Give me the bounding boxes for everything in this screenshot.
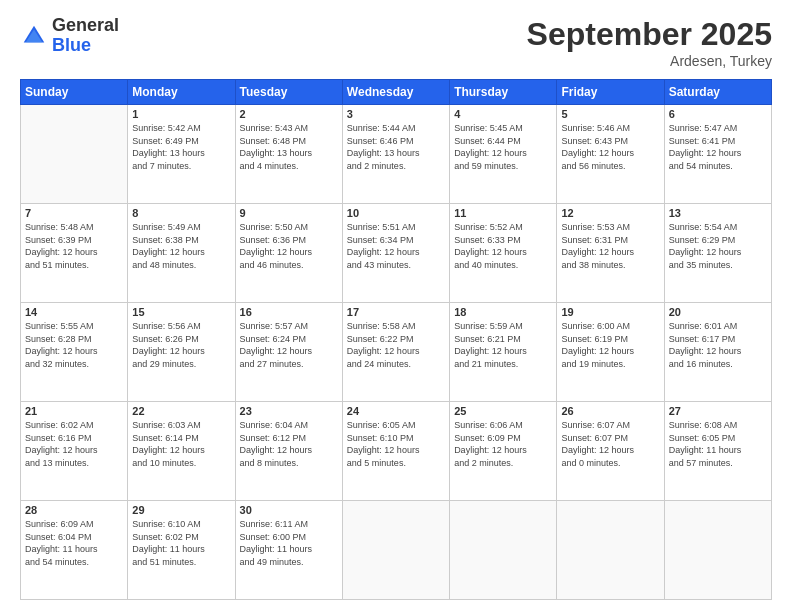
day-info: Sunrise: 6:02 AM Sunset: 6:16 PM Dayligh… — [25, 419, 123, 469]
day-info: Sunrise: 5:59 AM Sunset: 6:21 PM Dayligh… — [454, 320, 552, 370]
calendar-cell: 5Sunrise: 5:46 AM Sunset: 6:43 PM Daylig… — [557, 105, 664, 204]
calendar-cell: 24Sunrise: 6:05 AM Sunset: 6:10 PM Dayli… — [342, 402, 449, 501]
day-info: Sunrise: 5:56 AM Sunset: 6:26 PM Dayligh… — [132, 320, 230, 370]
header-row: Sunday Monday Tuesday Wednesday Thursday… — [21, 80, 772, 105]
calendar-location: Ardesen, Turkey — [527, 53, 772, 69]
day-number: 5 — [561, 108, 659, 120]
day-info: Sunrise: 6:03 AM Sunset: 6:14 PM Dayligh… — [132, 419, 230, 469]
day-number: 15 — [132, 306, 230, 318]
calendar-cell: 22Sunrise: 6:03 AM Sunset: 6:14 PM Dayli… — [128, 402, 235, 501]
week-row-3: 14Sunrise: 5:55 AM Sunset: 6:28 PM Dayli… — [21, 303, 772, 402]
calendar-cell: 16Sunrise: 5:57 AM Sunset: 6:24 PM Dayli… — [235, 303, 342, 402]
calendar-cell: 30Sunrise: 6:11 AM Sunset: 6:00 PM Dayli… — [235, 501, 342, 600]
day-info: Sunrise: 6:10 AM Sunset: 6:02 PM Dayligh… — [132, 518, 230, 568]
calendar-title: September 2025 — [527, 16, 772, 53]
calendar-cell: 21Sunrise: 6:02 AM Sunset: 6:16 PM Dayli… — [21, 402, 128, 501]
day-number: 17 — [347, 306, 445, 318]
day-info: Sunrise: 5:47 AM Sunset: 6:41 PM Dayligh… — [669, 122, 767, 172]
day-number: 25 — [454, 405, 552, 417]
col-wednesday: Wednesday — [342, 80, 449, 105]
day-info: Sunrise: 6:06 AM Sunset: 6:09 PM Dayligh… — [454, 419, 552, 469]
day-info: Sunrise: 5:44 AM Sunset: 6:46 PM Dayligh… — [347, 122, 445, 172]
day-number: 18 — [454, 306, 552, 318]
day-info: Sunrise: 5:52 AM Sunset: 6:33 PM Dayligh… — [454, 221, 552, 271]
day-info: Sunrise: 6:11 AM Sunset: 6:00 PM Dayligh… — [240, 518, 338, 568]
col-friday: Friday — [557, 80, 664, 105]
calendar-cell: 15Sunrise: 5:56 AM Sunset: 6:26 PM Dayli… — [128, 303, 235, 402]
calendar-cell — [557, 501, 664, 600]
calendar-cell: 3Sunrise: 5:44 AM Sunset: 6:46 PM Daylig… — [342, 105, 449, 204]
day-info: Sunrise: 5:45 AM Sunset: 6:44 PM Dayligh… — [454, 122, 552, 172]
calendar-cell: 2Sunrise: 5:43 AM Sunset: 6:48 PM Daylig… — [235, 105, 342, 204]
day-number: 29 — [132, 504, 230, 516]
calendar-cell — [342, 501, 449, 600]
calendar-cell: 19Sunrise: 6:00 AM Sunset: 6:19 PM Dayli… — [557, 303, 664, 402]
day-info: Sunrise: 5:58 AM Sunset: 6:22 PM Dayligh… — [347, 320, 445, 370]
week-row-2: 7Sunrise: 5:48 AM Sunset: 6:39 PM Daylig… — [21, 204, 772, 303]
calendar-cell: 11Sunrise: 5:52 AM Sunset: 6:33 PM Dayli… — [450, 204, 557, 303]
calendar-cell: 23Sunrise: 6:04 AM Sunset: 6:12 PM Dayli… — [235, 402, 342, 501]
calendar-cell: 7Sunrise: 5:48 AM Sunset: 6:39 PM Daylig… — [21, 204, 128, 303]
calendar-cell: 1Sunrise: 5:42 AM Sunset: 6:49 PM Daylig… — [128, 105, 235, 204]
col-tuesday: Tuesday — [235, 80, 342, 105]
day-info: Sunrise: 5:53 AM Sunset: 6:31 PM Dayligh… — [561, 221, 659, 271]
day-info: Sunrise: 5:48 AM Sunset: 6:39 PM Dayligh… — [25, 221, 123, 271]
day-info: Sunrise: 6:08 AM Sunset: 6:05 PM Dayligh… — [669, 419, 767, 469]
day-info: Sunrise: 6:00 AM Sunset: 6:19 PM Dayligh… — [561, 320, 659, 370]
day-info: Sunrise: 5:42 AM Sunset: 6:49 PM Dayligh… — [132, 122, 230, 172]
calendar-cell: 29Sunrise: 6:10 AM Sunset: 6:02 PM Dayli… — [128, 501, 235, 600]
calendar-cell: 6Sunrise: 5:47 AM Sunset: 6:41 PM Daylig… — [664, 105, 771, 204]
day-number: 12 — [561, 207, 659, 219]
calendar-cell: 28Sunrise: 6:09 AM Sunset: 6:04 PM Dayli… — [21, 501, 128, 600]
day-number: 16 — [240, 306, 338, 318]
calendar-cell: 18Sunrise: 5:59 AM Sunset: 6:21 PM Dayli… — [450, 303, 557, 402]
col-saturday: Saturday — [664, 80, 771, 105]
day-number: 1 — [132, 108, 230, 120]
day-number: 19 — [561, 306, 659, 318]
calendar-cell: 8Sunrise: 5:49 AM Sunset: 6:38 PM Daylig… — [128, 204, 235, 303]
col-thursday: Thursday — [450, 80, 557, 105]
logo-icon — [20, 22, 48, 50]
calendar-cell — [450, 501, 557, 600]
col-sunday: Sunday — [21, 80, 128, 105]
day-number: 20 — [669, 306, 767, 318]
day-number: 14 — [25, 306, 123, 318]
day-number: 30 — [240, 504, 338, 516]
calendar-cell — [21, 105, 128, 204]
calendar-cell: 27Sunrise: 6:08 AM Sunset: 6:05 PM Dayli… — [664, 402, 771, 501]
logo-text: General Blue — [52, 16, 119, 56]
calendar-cell — [664, 501, 771, 600]
day-info: Sunrise: 5:54 AM Sunset: 6:29 PM Dayligh… — [669, 221, 767, 271]
day-number: 28 — [25, 504, 123, 516]
calendar-cell: 17Sunrise: 5:58 AM Sunset: 6:22 PM Dayli… — [342, 303, 449, 402]
col-monday: Monday — [128, 80, 235, 105]
day-number: 11 — [454, 207, 552, 219]
calendar-cell: 14Sunrise: 5:55 AM Sunset: 6:28 PM Dayli… — [21, 303, 128, 402]
calendar-cell: 25Sunrise: 6:06 AM Sunset: 6:09 PM Dayli… — [450, 402, 557, 501]
header: General Blue September 2025 Ardesen, Tur… — [20, 16, 772, 69]
calendar-cell: 13Sunrise: 5:54 AM Sunset: 6:29 PM Dayli… — [664, 204, 771, 303]
week-row-4: 21Sunrise: 6:02 AM Sunset: 6:16 PM Dayli… — [21, 402, 772, 501]
day-info: Sunrise: 5:50 AM Sunset: 6:36 PM Dayligh… — [240, 221, 338, 271]
day-number: 24 — [347, 405, 445, 417]
day-info: Sunrise: 5:51 AM Sunset: 6:34 PM Dayligh… — [347, 221, 445, 271]
day-info: Sunrise: 5:55 AM Sunset: 6:28 PM Dayligh… — [25, 320, 123, 370]
page: General Blue September 2025 Ardesen, Tur… — [0, 0, 792, 612]
week-row-1: 1Sunrise: 5:42 AM Sunset: 6:49 PM Daylig… — [21, 105, 772, 204]
logo: General Blue — [20, 16, 119, 56]
calendar-cell: 9Sunrise: 5:50 AM Sunset: 6:36 PM Daylig… — [235, 204, 342, 303]
day-number: 26 — [561, 405, 659, 417]
day-info: Sunrise: 5:49 AM Sunset: 6:38 PM Dayligh… — [132, 221, 230, 271]
day-number: 23 — [240, 405, 338, 417]
week-row-5: 28Sunrise: 6:09 AM Sunset: 6:04 PM Dayli… — [21, 501, 772, 600]
day-number: 2 — [240, 108, 338, 120]
day-number: 7 — [25, 207, 123, 219]
day-number: 21 — [25, 405, 123, 417]
day-info: Sunrise: 6:05 AM Sunset: 6:10 PM Dayligh… — [347, 419, 445, 469]
calendar-cell: 20Sunrise: 6:01 AM Sunset: 6:17 PM Dayli… — [664, 303, 771, 402]
calendar-cell: 26Sunrise: 6:07 AM Sunset: 6:07 PM Dayli… — [557, 402, 664, 501]
day-info: Sunrise: 5:43 AM Sunset: 6:48 PM Dayligh… — [240, 122, 338, 172]
day-number: 8 — [132, 207, 230, 219]
day-number: 13 — [669, 207, 767, 219]
day-number: 27 — [669, 405, 767, 417]
